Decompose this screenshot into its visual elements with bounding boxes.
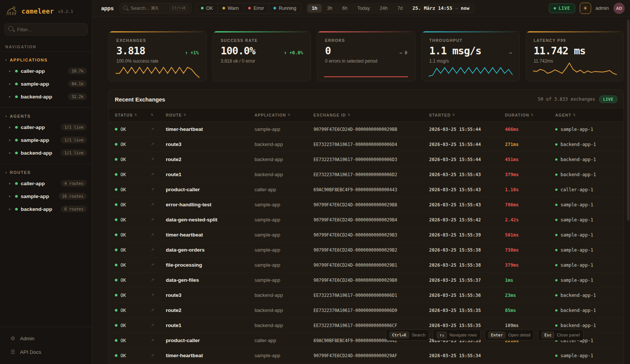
card-value: 1.1 msg/s: [429, 45, 481, 57]
column-header-exchange-id[interactable]: EXCHANGE ID⇅: [313, 113, 429, 117]
footer-label: Admin: [20, 336, 34, 341]
agent-status-dot: [555, 249, 557, 251]
column-header-status[interactable]: STATUS⇅: [115, 113, 151, 117]
table-row[interactable]: OK ↗ timer-heartbeat sample-app 90799F47…: [109, 227, 624, 243]
status-dot: [115, 339, 117, 342]
open-detail-icon[interactable]: ↗: [151, 187, 166, 192]
agent-status-dot: [555, 309, 557, 312]
kbd-label: Close panel: [557, 333, 580, 337]
stat-card[interactable]: SUCCESS RATE 100.0% ↑ +0.0% 3.818 ok / 0…: [213, 31, 311, 81]
column-header-application[interactable]: APPLICATION⇅: [255, 113, 313, 117]
sidebar-item-route[interactable]: ▸ caller-app 4 routes: [0, 177, 92, 190]
stat-card[interactable]: LATENCY P99 11.742 ms 11.742ms: [526, 31, 624, 81]
time-range-button[interactable]: 24h: [375, 4, 392, 12]
sidebar-item-agent[interactable]: ▸ caller-app 1/1 live: [0, 121, 92, 134]
stat-card[interactable]: THROUGHPUT 1.1 msg/s → 1.1 msg/s: [422, 31, 520, 81]
table-row[interactable]: OK ↗ data-gen-orders sample-app 90799F47…: [109, 243, 624, 258]
table-row[interactable]: OK ↗ data-gen-nested-split sample-app 90…: [109, 212, 624, 227]
open-detail-icon[interactable]: ↗: [151, 202, 166, 207]
sidebar-item-route[interactable]: ▸ sample-app 16 routes: [0, 190, 92, 203]
application-cell: backend-app: [255, 157, 313, 162]
open-detail-icon[interactable]: ↗: [151, 323, 166, 328]
section-header-applications[interactable]: ▾ APPLICATIONS: [0, 55, 92, 65]
agent-cell: backend-app-1: [555, 142, 618, 147]
sort-icon: ⇅: [184, 113, 187, 117]
agent-cell: sample-app-1: [555, 353, 618, 358]
sidebar-item-route[interactable]: ▸ backend-app 6 routes: [0, 203, 92, 215]
status-filter-button[interactable]: OK: [196, 3, 218, 13]
chevron-right-icon: ▸: [9, 151, 12, 155]
keyboard-hint: Enter Open detail: [485, 329, 534, 341]
open-detail-icon[interactable]: ↗: [151, 263, 166, 267]
status-cell: OK: [115, 308, 151, 313]
column-header-duration[interactable]: DURATION⇅: [505, 113, 555, 117]
time-display[interactable]: 25. März 14:55 – now: [408, 5, 474, 11]
open-detail-icon[interactable]: ↗: [151, 217, 166, 222]
column-header-expand[interactable]: ⇅: [151, 113, 166, 117]
open-detail-icon[interactable]: ↗: [151, 308, 166, 313]
global-search[interactable]: Search... ⌘K Ctrl+K: [120, 3, 191, 14]
sparkline-chart: [324, 61, 408, 79]
table-row[interactable]: OK ↗ file-processing sample-app 90799F47…: [109, 258, 624, 273]
open-detail-icon[interactable]: ↗: [151, 232, 166, 237]
application-cell: sample-app: [255, 232, 313, 238]
time-range-button[interactable]: 7d: [393, 4, 407, 12]
status-filter-button[interactable]: Warn: [218, 3, 244, 13]
live-toggle[interactable]: LIVE: [549, 3, 575, 13]
time-range-button[interactable]: 1h: [307, 4, 322, 12]
sidebar-item-application[interactable]: ▸ sample-app 84.1k: [0, 77, 92, 90]
table-row[interactable]: OK ↗ timer-heartbeat sample-app 90799F47…: [109, 122, 624, 137]
main-content: EXCHANGES 3.818 ↑ +1% 100.0% success rat…: [93, 17, 630, 364]
open-detail-icon[interactable]: ↗: [151, 353, 166, 358]
column-header-route[interactable]: ROUTE⇅: [166, 113, 255, 117]
table-row[interactable]: OK ↗ route3 backend-app EE7322370A10617-…: [109, 137, 624, 152]
sidebar-item-label: backend-app: [21, 94, 65, 100]
open-detail-icon[interactable]: ↗: [151, 338, 166, 343]
table-row[interactable]: OK ↗ data-gen-files sample-app 90799F47E…: [109, 273, 624, 288]
table-row[interactable]: OK ↗ timer-heartbeat sample-app 90799F47…: [109, 348, 624, 363]
application-cell: backend-app: [255, 172, 313, 177]
status-dot: [115, 128, 117, 131]
time-range-button[interactable]: 3h: [323, 4, 337, 12]
table-row[interactable]: OK ↗ route1 backend-app EE7322370A10617-…: [109, 167, 624, 182]
table-row[interactable]: OK ↗ error-handling-test sample-app 9079…: [109, 197, 624, 212]
sidebar-item-api-docs[interactable]: ☰ API Docs: [0, 345, 92, 359]
status-filter-button[interactable]: Error: [244, 3, 269, 13]
application-cell: sample-app: [255, 277, 313, 283]
status-cell: OK: [115, 157, 151, 162]
open-detail-icon[interactable]: ↗: [151, 247, 166, 252]
column-header-started[interactable]: STARTED⇅: [429, 113, 505, 117]
time-range-button[interactable]: 6h: [338, 4, 352, 12]
section-header-routes[interactable]: ▾ ROUTES: [0, 168, 92, 177]
filter-input[interactable]: [5, 23, 88, 35]
sidebar-item-agent[interactable]: ▸ backend-app 1/1 live: [0, 146, 92, 159]
table-row[interactable]: OK ↗ route2 backend-app EE7322370A10617-…: [109, 303, 624, 318]
theme-toggle-button[interactable]: ☀: [580, 3, 591, 14]
open-detail-icon[interactable]: ↗: [151, 127, 166, 132]
table-row[interactable]: OK ↗ product-caller caller-app 69AC90BF8…: [109, 182, 624, 197]
sidebar-item-admin[interactable]: ⚙ Admin: [0, 332, 92, 345]
time-range-button[interactable]: Today: [353, 4, 374, 12]
stat-card[interactable]: EXCHANGES 3.818 ↑ +1% 100.0% success rat…: [108, 31, 207, 81]
agent-status-dot: [555, 355, 557, 357]
section-header-agents[interactable]: ▾ AGENTS: [0, 112, 92, 121]
sidebar-item-agent[interactable]: ▸ sample-app 1/1 live: [0, 134, 92, 146]
sidebar-item-application[interactable]: ▸ caller-app 10.7k: [0, 65, 92, 77]
agent-status-dot: [555, 204, 557, 206]
open-detail-icon[interactable]: ↗: [151, 293, 166, 298]
open-detail-icon[interactable]: ↗: [151, 172, 166, 177]
open-detail-icon[interactable]: ↗: [151, 142, 166, 147]
column-header-agent[interactable]: AGENT⇅: [555, 113, 618, 117]
stat-card[interactable]: ERRORS 0 → 0 0 errors in selected period: [317, 31, 415, 81]
sidebar-item-application[interactable]: ▸ backend-app 32.2k: [0, 90, 92, 103]
open-detail-icon[interactable]: ↗: [151, 157, 166, 162]
application-cell: sample-app: [255, 262, 313, 268]
table-row[interactable]: OK ↗ route3 backend-app EE7322370A10617-…: [109, 288, 624, 303]
table-row[interactable]: OK ↗ route2 backend-app EE7322370A10617-…: [109, 152, 624, 167]
scrollbar-thumb[interactable]: [627, 20, 630, 221]
open-detail-icon[interactable]: ↗: [151, 278, 166, 283]
avatar[interactable]: AD: [613, 3, 625, 14]
sort-icon: ⇅: [151, 113, 154, 117]
route-cell: route2: [166, 307, 255, 313]
status-filter-button[interactable]: Running: [269, 3, 301, 13]
